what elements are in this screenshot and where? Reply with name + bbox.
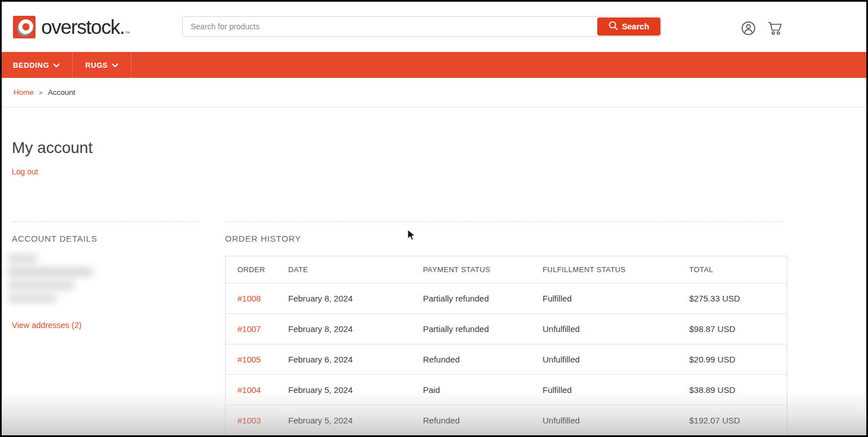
payment-status: Partially refunded <box>423 294 543 303</box>
account-details-heading: ACCOUNT DETAILS <box>12 234 97 243</box>
table-row: #1005 February 6, 2024 Refunded Unfulfil… <box>226 344 787 374</box>
order-number-link[interactable]: #1004 <box>237 385 261 395</box>
search-bar: Search <box>182 16 662 37</box>
nav-item-label: RUGS <box>85 61 108 69</box>
fulfillment-status: Unfulfilled <box>543 416 689 425</box>
fulfillment-status: Unfulfilled <box>543 324 689 334</box>
payment-status: Refunded <box>423 416 543 425</box>
column-header-order: ORDER <box>237 265 288 274</box>
chevron-down-icon <box>53 63 60 68</box>
column-header-total: TOTAL <box>689 265 787 274</box>
column-header-payment-status: PAYMENT STATUS <box>423 265 543 274</box>
fulfillment-status: Fulfilled <box>543 385 689 395</box>
order-total: $20.99 USD <box>689 355 787 364</box>
redacted-line <box>8 281 74 290</box>
order-date: February 8, 2024 <box>288 294 423 303</box>
order-history-heading: ORDER HISTORY <box>225 234 301 243</box>
order-number-link[interactable]: #1008 <box>237 294 261 303</box>
fulfillment-status: Unfulfilled <box>543 355 689 364</box>
order-date: February 5, 2024 <box>288 416 423 425</box>
overstock-logo[interactable]: overstock. ™ <box>13 16 130 39</box>
view-addresses-link[interactable]: View addresses (2) <box>12 321 82 330</box>
logout-link[interactable]: Log out <box>12 167 38 176</box>
redacted-line <box>8 295 56 303</box>
payment-status: Partially refunded <box>423 324 543 334</box>
nav-item-rugs[interactable]: RUGS <box>85 52 131 78</box>
table-header-row: ORDER DATE PAYMENT STATUS FULFILLMENT ST… <box>226 256 787 283</box>
breadcrumb-separator: » <box>39 89 43 97</box>
order-total: $98.87 USD <box>689 324 787 334</box>
overstock-logo-mark-icon <box>13 16 36 39</box>
order-date: February 8, 2024 <box>288 324 423 334</box>
redacted-address-block <box>8 255 103 308</box>
breadcrumb-home-link[interactable]: Home <box>14 88 34 97</box>
logo-wordmark: overstock. <box>41 16 125 38</box>
logo-trademark: ™ <box>125 30 130 36</box>
table-row: #1007 February 8, 2024 Partially refunde… <box>226 313 787 344</box>
order-total: $192.07 USD <box>689 416 787 425</box>
header-actions <box>741 20 783 38</box>
search-button-label: Search <box>622 22 649 31</box>
account-icon[interactable] <box>741 21 756 38</box>
cart-icon[interactable] <box>767 20 783 38</box>
table-row: #1003 February 5, 2024 Refunded Unfulfil… <box>226 405 787 435</box>
order-date: February 6, 2024 <box>288 355 423 364</box>
order-total: $38.89 USD <box>689 385 787 395</box>
search-input[interactable] <box>183 17 597 36</box>
section-divider <box>12 221 200 222</box>
section-divider <box>225 221 784 222</box>
nav-item-label: BEDDING <box>13 61 49 69</box>
fulfillment-status: Fulfilled <box>543 294 689 303</box>
redacted-line <box>8 255 37 263</box>
account-page: overstock. ™ Search <box>0 0 868 437</box>
payment-status: Refunded <box>423 355 543 364</box>
column-header-fulfillment-status: FULFILLMENT STATUS <box>543 265 689 274</box>
column-header-date: DATE <box>288 265 423 274</box>
order-total: $275.33 USD <box>689 294 787 303</box>
page-title: My account <box>12 139 92 157</box>
breadcrumb: Home » Account <box>2 78 866 107</box>
order-number-link[interactable]: #1003 <box>237 416 261 425</box>
table-row: #1004 February 5, 2024 Paid Fulfilled $3… <box>226 374 787 405</box>
table-row: #1008 February 8, 2024 Partially refunde… <box>226 283 787 313</box>
mouse-cursor-icon <box>407 229 416 244</box>
order-history-table: ORDER DATE PAYMENT STATUS FULFILLMENT ST… <box>225 256 787 437</box>
nav-item-bedding[interactable]: BEDDING <box>13 52 73 78</box>
order-number-link[interactable]: #1005 <box>237 355 261 364</box>
breadcrumb-current: Account <box>48 88 76 97</box>
site-header: overstock. ™ Search <box>2 2 866 52</box>
search-button[interactable]: Search <box>597 18 660 36</box>
category-navbar: BEDDING RUGS <box>2 52 866 78</box>
search-icon <box>609 21 618 32</box>
order-date: February 5, 2024 <box>288 385 423 395</box>
order-number-link[interactable]: #1007 <box>237 324 261 334</box>
payment-status: Paid <box>423 385 543 395</box>
chevron-down-icon <box>112 63 118 68</box>
redacted-line <box>8 268 92 276</box>
